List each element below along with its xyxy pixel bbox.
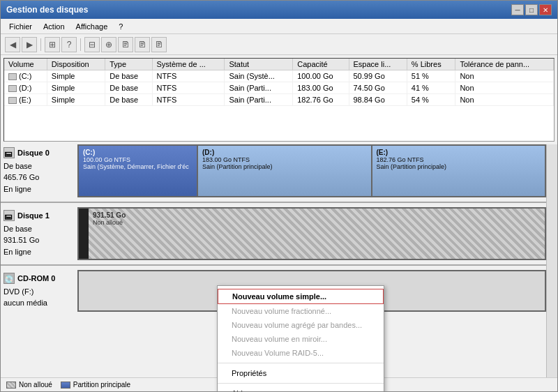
legend-primary-label: Partition principale — [73, 381, 130, 389]
table-header-row: Volume Disposition Type Système de ... S… — [4, 59, 554, 70]
toolbar-btn-4[interactable]: ⊕ — [101, 37, 116, 52]
toolbar-btn-7[interactable]: 🖹 — [151, 37, 167, 52]
menu-fichier[interactable]: Fichier — [3, 21, 38, 32]
col-espace[interactable]: Espace li... — [349, 59, 407, 70]
unalloc-1-label: Non alloué — [93, 219, 541, 226]
disk-separator-1 — [1, 202, 546, 203]
cell-capacite: 100.00 Go — [293, 70, 349, 82]
cell-espace: 50.99 Go — [349, 70, 407, 82]
cell-tolerance: Non — [455, 82, 554, 94]
ctx-separator-1 — [218, 363, 384, 363]
right-scrollbar[interactable] — [546, 144, 557, 377]
partition-d-label: (D:) — [202, 149, 367, 156]
volume-table: Volume Disposition Type Système de ... S… — [4, 59, 554, 106]
ctx-nouveau-fractionne[interactable]: Nouveau volume fractionné... — [218, 304, 384, 318]
partition-e-detail: 182.76 Go NTFS — [377, 156, 541, 163]
cell-systeme: NTFS — [152, 82, 225, 94]
cell-capacite: 182.76 Go — [293, 94, 349, 106]
disk-1-type: De base — [3, 223, 75, 235]
table-row[interactable]: (E:) Simple De base NTFS Sain (Parti... … — [4, 94, 554, 106]
menu-bar: Fichier Action Affichage ? — [1, 19, 557, 34]
partition-d[interactable]: (D:) 183.00 Go NTFS Sain (Partition prin… — [198, 146, 372, 196]
ctx-nouveau-agrege[interactable]: Nouveau volume agrégé par bandes... — [218, 318, 384, 332]
menu-affichage[interactable]: Affichage — [70, 21, 114, 32]
legend-unalloc-color — [6, 382, 16, 389]
partition-e[interactable]: (E:) 182.76 Go NTFS Sain (Partition prin… — [372, 146, 545, 196]
menu-action[interactable]: Action — [38, 21, 70, 32]
cell-espace: 74.50 Go — [349, 82, 407, 94]
col-systeme[interactable]: Système de ... — [152, 59, 225, 70]
ctx-aide[interactable]: Aide — [218, 386, 384, 391]
ctx-proprietes[interactable]: Propriétés — [218, 366, 384, 380]
cell-disposition: Simple — [47, 70, 105, 82]
title-bar: Gestion des disques ─ □ ✕ — [1, 1, 557, 19]
disk-0-label: 🖴 Disque 0 De base 465.76 Go En ligne — [1, 144, 77, 197]
toolbar-help-button[interactable]: ? — [61, 37, 77, 52]
cell-type: De base — [105, 94, 152, 106]
cell-disposition: Simple — [47, 82, 105, 94]
disk-separator-2 — [1, 264, 546, 266]
toolbar-grid-button[interactable]: ⊞ — [45, 37, 60, 52]
partition-unallocated-1[interactable]: 931.51 Go Non alloué — [89, 209, 545, 259]
volume-table-container[interactable]: Volume Disposition Type Système de ... S… — [3, 58, 555, 142]
cell-type: De base — [105, 82, 152, 94]
cell-libres: 41 % — [407, 82, 455, 94]
disk-0-type: De base — [3, 160, 75, 172]
legend-unalloc-label: Non alloué — [19, 381, 52, 389]
ctx-nouveau-simple[interactable]: Nouveau volume simple... — [218, 289, 384, 304]
toolbar-btn-6[interactable]: 🖹 — [135, 37, 150, 52]
cdrom-0-icon: 💿 — [3, 273, 15, 284]
col-type[interactable]: Type — [105, 59, 152, 70]
col-statut[interactable]: Statut — [225, 59, 293, 70]
disk-1-name: Disque 1 — [17, 210, 50, 222]
partition-c[interactable]: (C:) 100.00 Go NTFS Sain (Système, Démar… — [79, 146, 198, 196]
col-libres[interactable]: % Libres — [407, 59, 455, 70]
legend-unalloc: Non alloué — [6, 381, 52, 389]
cell-tolerance: Non — [455, 70, 554, 82]
disk-1-icon-row: 🖴 Disque 1 — [3, 210, 75, 222]
col-tolerance[interactable]: Tolérance de pann... — [455, 59, 554, 70]
cell-volume: (E:) — [4, 94, 47, 106]
back-button[interactable]: ◀ — [5, 37, 20, 52]
table-row[interactable]: (D:) Simple De base NTFS Sain (Parti... … — [4, 82, 554, 94]
col-volume[interactable]: Volume — [4, 59, 47, 70]
cell-type: De base — [105, 70, 152, 82]
cell-tolerance: Non — [455, 94, 554, 106]
cell-systeme: NTFS — [152, 94, 225, 106]
minimize-button[interactable]: ─ — [511, 4, 524, 15]
cell-statut: Sain (Parti... — [225, 82, 293, 94]
maximize-button[interactable]: □ — [525, 4, 538, 15]
partition-c-label: (C:) — [83, 149, 193, 156]
ctx-nouveau-miroir[interactable]: Nouveau volume en miroir... — [218, 332, 384, 346]
cdrom-0-type: DVD (F:) — [3, 286, 75, 298]
forward-button[interactable]: ▶ — [22, 37, 37, 52]
toolbar-separator-2 — [80, 38, 81, 51]
col-capacite[interactable]: Capacité — [293, 59, 349, 70]
main-content: Volume Disposition Type Système de ... S… — [1, 55, 557, 391]
partition-d-sub: Sain (Partition principale) — [202, 163, 367, 170]
ctx-separator-2 — [218, 383, 384, 384]
disk-0-icon-row: 🖴 Disque 0 — [3, 147, 75, 159]
disk-1-status: En ligne — [3, 246, 75, 258]
table-row[interactable]: (C:) Simple De base NTFS Sain (Systè... … — [4, 70, 554, 82]
disk-1-icon: 🖴 — [3, 210, 15, 221]
cell-disposition: Simple — [47, 94, 105, 106]
cdrom-0-status: aucun média — [3, 297, 75, 309]
disk-1-label: 🖴 Disque 1 De base 931.51 Go En ligne — [1, 207, 77, 260]
close-button[interactable]: ✕ — [539, 4, 552, 15]
disk-0-name: Disque 0 — [17, 147, 50, 159]
ctx-nouveau-raid[interactable]: Nouveau Volume RAID-5... — [218, 346, 384, 360]
cell-statut: Sain (Systè... — [225, 70, 293, 82]
cdrom-0-label: 💿 CD-ROM 0 DVD (F:) aucun média — [1, 270, 77, 312]
disk-1-boot-strip — [79, 209, 89, 259]
menu-help[interactable]: ? — [113, 21, 128, 32]
disk-0-partitions: (C:) 100.00 Go NTFS Sain (Système, Démar… — [77, 144, 546, 197]
col-disposition[interactable]: Disposition — [47, 59, 105, 70]
disk-0-status: En ligne — [3, 183, 75, 195]
toolbar-btn-3[interactable]: ⊟ — [84, 37, 100, 52]
unalloc-1-size: 931.51 Go — [93, 211, 541, 219]
cdrom-0-icon-row: 💿 CD-ROM 0 — [3, 273, 75, 285]
cell-espace: 98.84 Go — [349, 94, 407, 106]
window-controls: ─ □ ✕ — [511, 4, 552, 15]
toolbar-btn-5[interactable]: 🖹 — [118, 37, 133, 52]
